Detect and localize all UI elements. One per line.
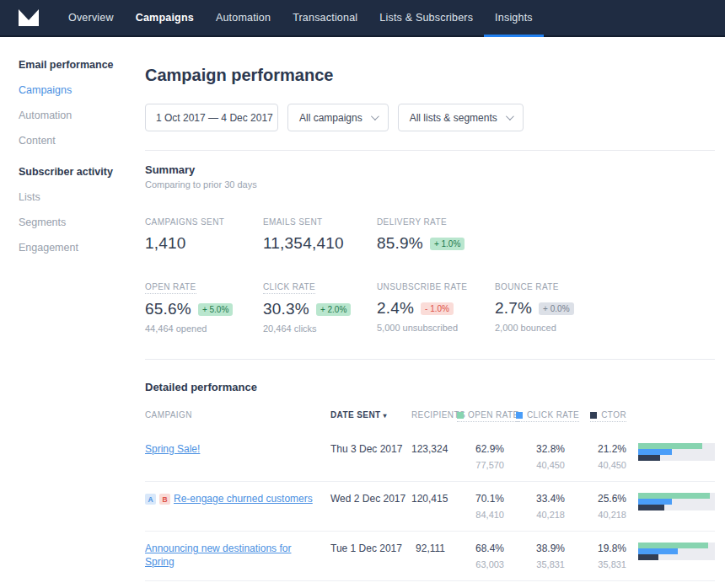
filter-bar: 1 Oct 2017 — 4 Dec 2017 All campaigns Al… xyxy=(145,104,715,131)
change-badge: + 2.0% xyxy=(316,303,351,316)
column-header-label: Click rate xyxy=(516,410,579,422)
metric-value: 11,354,410 xyxy=(263,234,344,253)
metric-value: 1,410 xyxy=(145,234,186,253)
sidebar-item-content[interactable]: Content xyxy=(19,135,128,147)
nav-tab-insights[interactable]: Insights xyxy=(484,0,544,35)
sidebar-item-automation[interactable]: Automation xyxy=(19,110,128,121)
date-sent-cell: Wed 2 Dec 2017 xyxy=(330,491,411,505)
nav-tab-overview[interactable]: Overview xyxy=(57,0,125,35)
change-badge: + 1.0% xyxy=(430,238,465,250)
date-sent-cell: Thu 3 Dec 2017 xyxy=(330,441,411,455)
metric-value-row: 1,410 xyxy=(145,234,263,253)
rate-bars-cell xyxy=(638,491,715,510)
metric-label: Bounce rate xyxy=(495,282,559,291)
metric-label: Open rate xyxy=(145,282,196,294)
ctor-value: 25.6% xyxy=(577,491,626,505)
open-rate-cell: 62.9%77,570 xyxy=(457,441,516,470)
open-rate-value: 68.4% xyxy=(457,541,504,554)
metric-value: 65.6% xyxy=(145,300,191,318)
change-badge: + 0.0% xyxy=(539,302,573,315)
table-row: Spring Sale!Thu 3 Dec 2017123,32462.9%77… xyxy=(145,432,715,482)
chevron-down-icon xyxy=(506,112,514,120)
column-header-label: CTOR xyxy=(590,410,626,422)
lists-filter-dropdown[interactable]: All lists & segments xyxy=(398,104,524,131)
ctor-count: 40,450 xyxy=(577,460,626,470)
ctor-value: 21.2% xyxy=(577,441,626,455)
ctor-count: 40,218 xyxy=(577,510,626,520)
nav-tab-automation[interactable]: Automation xyxy=(205,0,282,35)
open-rate-value: 70.1% xyxy=(457,491,504,505)
campaigns-filter-dropdown[interactable]: All campaigns xyxy=(287,104,389,131)
click-rate-value: 33.4% xyxy=(516,491,565,505)
change-badge: - 1.0% xyxy=(421,302,454,315)
detailed-performance-heading: Detailed performance xyxy=(145,381,715,393)
nav-tab-campaigns[interactable]: Campaigns xyxy=(125,0,205,35)
open-rate-count: 77,570 xyxy=(457,460,504,470)
metric-subtext: 5,000 unsubscribed xyxy=(377,323,495,333)
table-row: Blog launchTue 1 Dec 201724,99855.2%13,7… xyxy=(145,581,715,588)
nav-tab-transactional[interactable]: Transactional xyxy=(282,0,368,35)
open-rate-count: 84,410 xyxy=(457,510,504,520)
chevron-down-icon xyxy=(371,112,379,120)
nav-tab-lists-subscribers[interactable]: Lists & Subscribers xyxy=(368,0,484,35)
summary-metrics-row1: Campaigns sent1,410Emails sent11,354,410… xyxy=(145,213,715,253)
open-rate-bar xyxy=(638,493,710,499)
top-nav: OverviewCampaignsAutomationTransactional… xyxy=(0,0,725,37)
rate-bars-track xyxy=(638,493,715,510)
summary-heading: Summary xyxy=(145,163,715,176)
table-header-row: CampaignDate sent▾RecipientsOpen rateCli… xyxy=(145,410,715,432)
metric-open-rate: Open rate65.6%+ 5.0%44,464 opened xyxy=(145,278,263,334)
summary-subheading: Comparing to prior 30 days xyxy=(145,179,715,190)
metric-label: Campaigns sent xyxy=(145,217,224,227)
metric-value-row: 85.9%+ 1.0% xyxy=(377,234,495,253)
column-header-open-rate: Open rate xyxy=(457,410,516,422)
sidebar-item-campaigns[interactable]: Campaigns xyxy=(19,84,128,96)
ctor-cell: 19.8%35,831 xyxy=(577,541,638,569)
table-row: ABRe-engage churned customersWed 2 Dec 2… xyxy=(145,482,715,532)
metric-value-row: 2.4%- 1.0% xyxy=(377,299,495,318)
change-badge: + 5.0% xyxy=(198,303,233,316)
open-rate-cell: 70.1%84,410 xyxy=(457,491,516,520)
rate-bars-cell xyxy=(638,541,715,560)
click-rate-value: 32.8% xyxy=(516,441,565,455)
ab-test-variant-b-badge: B xyxy=(159,494,170,505)
metric-value: 2.7% xyxy=(495,299,532,318)
click-rate-bar xyxy=(638,499,672,505)
sidebar-heading-subscriber-activity: Subscriber activity xyxy=(19,166,128,178)
metric-subtext: 2,000 bounced xyxy=(495,323,715,333)
date-range-input[interactable]: 1 Oct 2017 — 4 Dec 2017 xyxy=(145,104,278,131)
ctor-cell: 25.6%40,218 xyxy=(577,491,638,520)
metric-delivery-rate: Delivery rate85.9%+ 1.0% xyxy=(377,213,495,253)
lists-filter-label: All lists & segments xyxy=(410,112,497,124)
campaign-link[interactable]: Announcing new destinations for Spring xyxy=(145,543,322,569)
metric-value: 30.3% xyxy=(263,300,309,318)
metric-value-row: 2.7%+ 0.0% xyxy=(495,299,715,318)
column-header-ctor: CTOR xyxy=(577,410,638,422)
open-rate-legend-icon xyxy=(457,412,464,419)
recipients-cell: 92,111 xyxy=(411,541,457,554)
recipients-cell: 120,415 xyxy=(411,491,457,505)
campaign-table: CampaignDate sent▾RecipientsOpen rateCli… xyxy=(145,410,715,588)
sidebar-item-segments[interactable]: Segments xyxy=(19,216,128,228)
divider xyxy=(145,150,715,151)
sort-desc-icon: ▾ xyxy=(384,412,387,420)
metric-click-rate: Click rate30.3%+ 2.0%20,464 clicks xyxy=(263,278,377,334)
campaign-link[interactable]: Spring Sale! xyxy=(145,443,200,457)
metric-subtext: 44,464 opened xyxy=(145,323,263,334)
click-rate-value: 38.9% xyxy=(516,541,565,554)
campaign-cell: ABRe-engage churned customers xyxy=(145,491,330,506)
sidebar: Email performanceCampaignsAutomationCont… xyxy=(0,37,128,588)
ctor-cell: 21.2%40,450 xyxy=(577,441,638,470)
open-rate-bar xyxy=(638,543,708,548)
metric-value-row: 11,354,410 xyxy=(263,234,377,253)
campaign-monitor-logo[interactable] xyxy=(19,0,39,35)
campaign-link[interactable]: Re-engage churned customers xyxy=(174,493,313,506)
detailed-performance-section: Detailed performance CampaignDate sent▾R… xyxy=(145,381,715,588)
sidebar-item-lists[interactable]: Lists xyxy=(19,191,128,203)
main-content: Campaign performance 1 Oct 2017 — 4 Dec … xyxy=(128,37,725,588)
nav-tabs: OverviewCampaignsAutomationTransactional… xyxy=(57,0,544,35)
sidebar-item-engagement[interactable]: Engagement xyxy=(19,242,128,254)
metric-label: Click rate xyxy=(263,282,315,294)
column-header-recipients: Recipients xyxy=(411,410,457,420)
column-header-date-sent[interactable]: Date sent▾ xyxy=(330,410,411,420)
